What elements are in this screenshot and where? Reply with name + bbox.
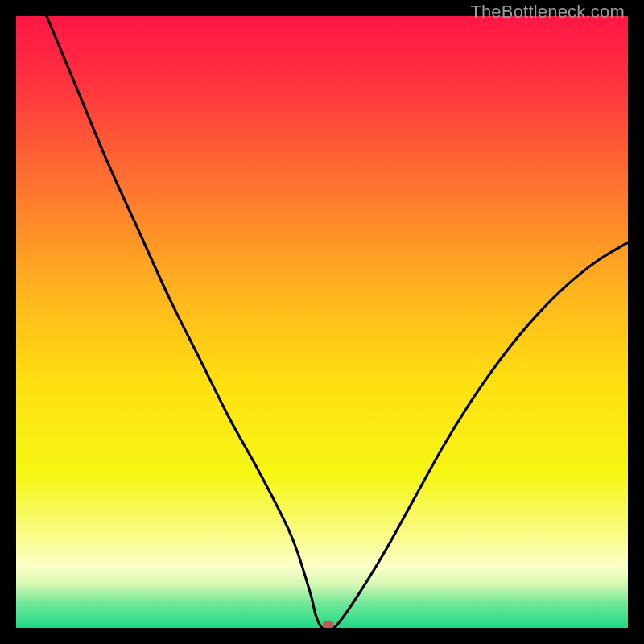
gradient-background: [16, 16, 628, 628]
bottleneck-chart: [16, 16, 628, 628]
chart-frame: [16, 16, 628, 628]
watermark-text: TheBottleneck.com: [470, 2, 625, 23]
